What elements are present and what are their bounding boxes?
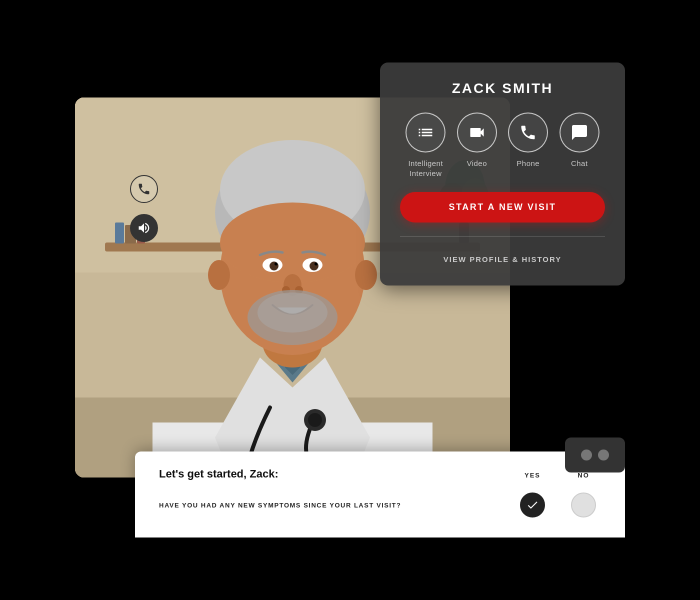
svg-point-35 bbox=[258, 292, 328, 332]
chat-button[interactable] bbox=[560, 112, 600, 152]
no-header: NO bbox=[571, 472, 596, 479]
yes-answer-button[interactable] bbox=[520, 492, 545, 518]
yes-header: YES bbox=[520, 472, 545, 479]
action-item-chat[interactable]: Chat bbox=[560, 112, 600, 178]
volume-icon bbox=[137, 221, 151, 235]
no-answer-button[interactable] bbox=[571, 492, 596, 518]
svg-point-37 bbox=[355, 260, 377, 290]
view-profile-button[interactable]: VIEW PROFILE & HISTORY bbox=[400, 251, 605, 268]
chat-icon bbox=[570, 124, 588, 142]
dot-2 bbox=[598, 450, 609, 460]
action-item-video[interactable]: Video bbox=[457, 112, 497, 178]
start-visit-button[interactable]: START A NEW VISIT bbox=[400, 192, 605, 222]
volume-button[interactable] bbox=[130, 214, 158, 242]
action-icons-row: IntelligentInterview Video Phone bbox=[400, 112, 605, 178]
patient-name: ZACK SMITH bbox=[400, 80, 605, 96]
list-icon bbox=[416, 124, 434, 142]
svg-point-28 bbox=[310, 262, 318, 270]
phone-icon bbox=[519, 124, 537, 142]
phone-label: Phone bbox=[516, 158, 540, 168]
svg-point-24 bbox=[220, 202, 365, 282]
greeting-text: Let's get started, Zack: bbox=[159, 468, 520, 480]
question-text: HAVE YOU HAD ANY NEW SYMPTOMS SINCE YOUR… bbox=[159, 502, 520, 509]
chat-label: Chat bbox=[571, 158, 588, 168]
phone-button[interactable] bbox=[508, 112, 548, 152]
action-item-intelligent-interview[interactable]: IntelligentInterview bbox=[406, 112, 446, 178]
svg-point-19 bbox=[308, 413, 322, 427]
patient-info-card: ZACK SMITH IntelligentInterview Vid bbox=[380, 62, 625, 286]
video-label: Video bbox=[466, 158, 487, 168]
video-button[interactable] bbox=[457, 112, 497, 152]
svg-point-36 bbox=[208, 260, 230, 290]
svg-point-30 bbox=[314, 262, 318, 266]
dots-card bbox=[565, 438, 625, 472]
video-camera-icon bbox=[468, 124, 486, 142]
phone-call-button[interactable] bbox=[130, 175, 158, 203]
divider bbox=[400, 236, 605, 237]
svg-point-29 bbox=[274, 262, 278, 266]
phone-icon-small bbox=[137, 182, 151, 196]
checkmark-icon bbox=[526, 498, 539, 512]
svg-rect-3 bbox=[115, 222, 124, 244]
dot-1 bbox=[581, 450, 592, 460]
answer-group bbox=[520, 492, 601, 518]
questionnaire-card: Let's get started, Zack: YES NO HAVE YOU… bbox=[135, 452, 625, 538]
intelligent-interview-label: IntelligentInterview bbox=[408, 158, 443, 178]
question-row: HAVE YOU HAD ANY NEW SYMPTOMS SINCE YOUR… bbox=[159, 492, 601, 518]
action-item-phone[interactable]: Phone bbox=[508, 112, 548, 178]
intelligent-interview-button[interactable] bbox=[406, 112, 446, 152]
svg-point-27 bbox=[270, 262, 278, 270]
